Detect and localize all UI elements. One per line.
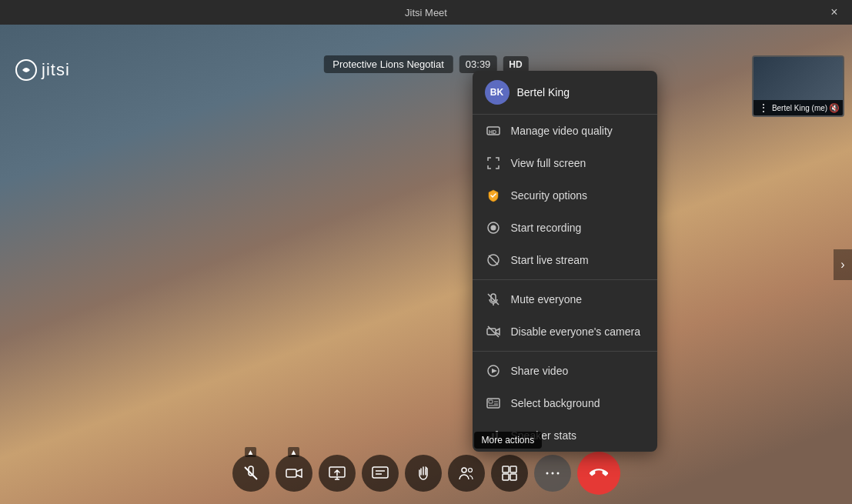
menu-item-start-live-stream[interactable]: Start live stream [473,244,657,276]
video-up-arrow: ▲ [288,447,300,457]
svg-marker-12 [492,369,497,373]
chat-button[interactable] [362,455,399,492]
thumbnail-name: Bertel King (me) [772,104,827,112]
svg-text:HD: HD [489,129,496,135]
titlebar: Jitsi Meet × [0,0,852,25]
hd-icon: HD [485,122,502,139]
share-video-icon [485,362,502,379]
video-button[interactable]: ▲ [276,455,312,492]
menu-username: Bertel King [517,86,570,98]
menu-divider [473,279,657,280]
video-area: jitsi Protective Lions Negotiat 03:39 HD… [0,25,852,504]
svg-point-4 [490,225,496,231]
menu-item-label: View full screen [511,157,586,169]
svg-rect-14 [489,400,493,403]
background-icon [485,395,502,412]
menu-item-disable-camera[interactable]: Disable everyone's camera [473,315,657,348]
svg-rect-26 [373,467,388,478]
svg-point-35 [546,472,548,475]
svg-line-21 [245,467,257,479]
svg-point-30 [468,469,472,472]
menu-item-start-recording[interactable]: Start recording [473,212,657,244]
participants-button[interactable] [448,455,485,492]
menu-divider-2 [473,351,657,352]
svg-rect-22 [286,469,296,477]
livestream-icon [485,252,502,269]
meeting-name: Protective Lions Negotiat [323,55,453,73]
more-actions-tooltip: More actions [474,432,543,449]
menu-item-share-video[interactable]: Share video [473,355,657,387]
jitsi-logo-icon [15,59,37,81]
menu-item-label: Disable everyone's camera [511,325,640,338]
jitsi-logo-text: jitsi [42,60,70,80]
raise-hand-button[interactable] [405,455,442,492]
menu-item-security-options[interactable]: Security options [473,179,657,212]
right-arrow-button[interactable]: › [834,249,852,280]
svg-line-10 [488,326,499,337]
mute-up-arrow: ▲ [245,447,257,457]
jitsi-logo: jitsi [15,59,70,81]
video-background [0,25,852,504]
toolbar: ▲ ▲ [0,449,852,504]
thumbnail-bar: ⋮ Bertel King (me) 🔇 [753,100,843,115]
share-screen-button[interactable] [319,455,356,492]
thumbnail-mute-icon: 🔇 [829,103,840,113]
menu-item-label: Mute everyone [511,293,583,305]
menu-item-manage-video-quality[interactable]: HD Manage video quality [473,115,657,147]
menu-item-view-full-screen[interactable]: View full screen [473,147,657,179]
window-title: Jitsi Meet [405,7,447,18]
shield-icon [485,187,502,204]
svg-rect-31 [503,466,509,472]
menu-item-label: Start recording [511,222,582,234]
close-button[interactable]: × [817,0,852,25]
thumbnail-menu-button[interactable]: ⋮ [757,102,770,114]
menu-item-mute-everyone[interactable]: Mute everyone [473,283,657,315]
svg-point-29 [462,468,466,472]
svg-rect-33 [503,474,509,480]
menu-header: BK Bertel King [473,71,657,115]
menu-item-label: Security options [511,189,588,202]
menu-item-label: Start live stream [511,254,589,266]
disable-camera-icon [485,323,502,340]
menu-item-label: Select background [511,397,600,409]
svg-point-36 [551,472,553,475]
self-thumbnail: ⋮ Bertel King (me) 🔇 [752,55,844,117]
svg-rect-34 [510,474,516,480]
end-call-button[interactable] [577,452,620,495]
svg-line-6 [489,255,498,265]
svg-point-37 [556,472,559,475]
fullscreen-icon [485,155,502,172]
mute-button[interactable]: ▲ [232,455,269,492]
record-icon [485,219,502,236]
more-actions-menu: BK Bertel King HD Manage video quality [473,71,657,452]
thumbnail-video [753,57,843,100]
mute-all-icon [485,291,502,308]
user-avatar: BK [485,80,510,105]
menu-item-label: Share video [511,365,569,377]
menu-item-label: Manage video quality [511,125,613,137]
tile-view-button[interactable] [491,455,528,492]
menu-item-select-background[interactable]: Select background [473,387,657,419]
more-actions-button[interactable] [534,455,571,492]
svg-rect-32 [510,466,516,472]
